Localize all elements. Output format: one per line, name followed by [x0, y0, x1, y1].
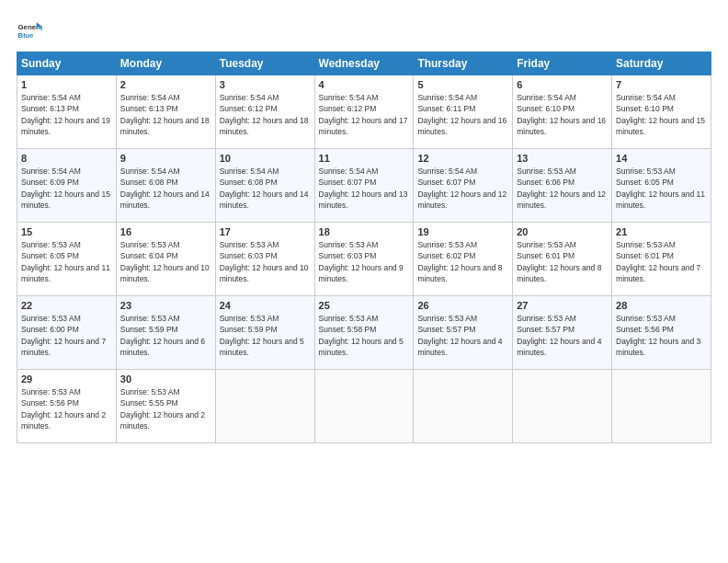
calendar-cell: 15 Sunrise: 5:53 AMSunset: 6:05 PMDaylig…	[17, 223, 117, 296]
day-number: 29	[21, 373, 112, 385]
calendar-cell: 17 Sunrise: 5:53 AMSunset: 6:03 PMDaylig…	[215, 223, 314, 296]
day-info: Sunrise: 5:53 AMSunset: 6:01 PMDaylight:…	[616, 240, 700, 283]
calendar-cell: 18 Sunrise: 5:53 AMSunset: 6:03 PMDaylig…	[314, 223, 414, 296]
calendar-cell: 19 Sunrise: 5:53 AMSunset: 6:02 PMDaylig…	[414, 223, 513, 296]
day-number: 21	[616, 226, 707, 237]
day-info: Sunrise: 5:53 AMSunset: 5:57 PMDaylight:…	[517, 314, 601, 357]
day-info: Sunrise: 5:54 AMSunset: 6:07 PMDaylight:…	[319, 167, 408, 210]
day-info: Sunrise: 5:53 AMSunset: 6:01 PMDaylight:…	[517, 240, 601, 283]
calendar-cell: 14 Sunrise: 5:53 AMSunset: 6:05 PMDaylig…	[612, 149, 711, 223]
weekday-header-wednesday: Wednesday	[314, 52, 414, 75]
day-number: 25	[319, 300, 410, 311]
logo-icon: General Blue	[17, 17, 42, 42]
day-number: 5	[417, 79, 508, 90]
day-info: Sunrise: 5:54 AMSunset: 6:10 PMDaylight:…	[517, 93, 606, 136]
day-number: 7	[616, 79, 707, 90]
calendar-table: SundayMondayTuesdayWednesdayThursdayFrid…	[17, 52, 711, 443]
day-number: 16	[120, 226, 211, 237]
day-number: 18	[319, 226, 410, 237]
day-number: 9	[120, 153, 211, 164]
header: General Blue	[17, 17, 711, 42]
day-info: Sunrise: 5:53 AMSunset: 5:56 PMDaylight:…	[21, 387, 106, 431]
day-number: 22	[21, 300, 112, 311]
calendar-cell: 29 Sunrise: 5:53 AMSunset: 5:56 PMDaylig…	[17, 370, 117, 443]
weekday-header-monday: Monday	[116, 52, 215, 75]
calendar-week-1: 1 Sunrise: 5:54 AMSunset: 6:13 PMDayligh…	[17, 75, 711, 149]
day-number: 13	[517, 153, 608, 164]
day-info: Sunrise: 5:54 AMSunset: 6:13 PMDaylight:…	[120, 93, 210, 136]
day-number: 10	[220, 153, 311, 164]
weekday-header-tuesday: Tuesday	[215, 52, 314, 75]
calendar-cell: 20 Sunrise: 5:53 AMSunset: 6:01 PMDaylig…	[513, 223, 612, 296]
day-number: 11	[319, 153, 410, 164]
page: General Blue SundayMondayTuesdayWednesda…	[0, 0, 728, 453]
day-info: Sunrise: 5:53 AMSunset: 6:05 PMDaylight:…	[616, 167, 705, 210]
weekday-header-friday: Friday	[513, 52, 612, 75]
calendar-cell: 4 Sunrise: 5:54 AMSunset: 6:12 PMDayligh…	[314, 75, 414, 149]
calendar-cell	[414, 370, 513, 443]
calendar-week-4: 22 Sunrise: 5:53 AMSunset: 6:00 PMDaylig…	[17, 296, 711, 370]
day-info: Sunrise: 5:53 AMSunset: 5:55 PMDaylight:…	[120, 387, 205, 431]
day-number: 26	[417, 300, 508, 311]
day-info: Sunrise: 5:54 AMSunset: 6:12 PMDaylight:…	[319, 93, 408, 136]
calendar-cell: 13 Sunrise: 5:53 AMSunset: 6:06 PMDaylig…	[513, 149, 612, 223]
day-info: Sunrise: 5:53 AMSunset: 5:59 PMDaylight:…	[120, 314, 205, 357]
calendar-cell: 26 Sunrise: 5:53 AMSunset: 5:57 PMDaylig…	[414, 296, 513, 370]
day-number: 24	[220, 300, 311, 311]
day-number: 30	[120, 373, 211, 385]
calendar-week-5: 29 Sunrise: 5:53 AMSunset: 5:56 PMDaylig…	[17, 370, 711, 443]
day-info: Sunrise: 5:53 AMSunset: 6:00 PMDaylight:…	[21, 314, 106, 357]
calendar-cell: 24 Sunrise: 5:53 AMSunset: 5:59 PMDaylig…	[215, 296, 314, 370]
day-info: Sunrise: 5:53 AMSunset: 6:02 PMDaylight:…	[417, 240, 502, 283]
logo: General Blue	[17, 17, 42, 42]
calendar-cell	[612, 370, 711, 443]
calendar-cell: 11 Sunrise: 5:54 AMSunset: 6:07 PMDaylig…	[314, 149, 414, 223]
day-number: 2	[120, 79, 211, 90]
day-info: Sunrise: 5:53 AMSunset: 6:05 PMDaylight:…	[21, 240, 110, 283]
day-info: Sunrise: 5:53 AMSunset: 6:06 PMDaylight:…	[517, 167, 606, 210]
calendar-cell: 28 Sunrise: 5:53 AMSunset: 5:56 PMDaylig…	[612, 296, 711, 370]
calendar-cell: 30 Sunrise: 5:53 AMSunset: 5:55 PMDaylig…	[116, 370, 215, 443]
weekday-header-saturday: Saturday	[612, 52, 711, 75]
day-number: 6	[517, 79, 608, 90]
calendar-cell: 1 Sunrise: 5:54 AMSunset: 6:13 PMDayligh…	[17, 75, 117, 149]
day-info: Sunrise: 5:54 AMSunset: 6:13 PMDaylight:…	[21, 93, 110, 136]
day-info: Sunrise: 5:54 AMSunset: 6:10 PMDaylight:…	[616, 93, 705, 136]
day-info: Sunrise: 5:54 AMSunset: 6:11 PMDaylight:…	[417, 93, 506, 136]
calendar-cell: 21 Sunrise: 5:53 AMSunset: 6:01 PMDaylig…	[612, 223, 711, 296]
calendar-cell	[513, 370, 612, 443]
day-info: Sunrise: 5:53 AMSunset: 6:04 PMDaylight:…	[120, 240, 210, 283]
day-info: Sunrise: 5:54 AMSunset: 6:08 PMDaylight:…	[120, 167, 210, 210]
day-number: 17	[220, 226, 311, 237]
calendar-cell: 5 Sunrise: 5:54 AMSunset: 6:11 PMDayligh…	[414, 75, 513, 149]
calendar-cell: 3 Sunrise: 5:54 AMSunset: 6:12 PMDayligh…	[215, 75, 314, 149]
day-number: 12	[417, 153, 508, 164]
calendar-cell: 10 Sunrise: 5:54 AMSunset: 6:08 PMDaylig…	[215, 149, 314, 223]
calendar-body: 1 Sunrise: 5:54 AMSunset: 6:13 PMDayligh…	[17, 75, 711, 443]
day-number: 20	[517, 226, 608, 237]
day-info: Sunrise: 5:53 AMSunset: 6:03 PMDaylight:…	[220, 240, 309, 283]
calendar-cell: 7 Sunrise: 5:54 AMSunset: 6:10 PMDayligh…	[612, 75, 711, 149]
calendar-cell: 6 Sunrise: 5:54 AMSunset: 6:10 PMDayligh…	[513, 75, 612, 149]
day-info: Sunrise: 5:53 AMSunset: 5:56 PMDaylight:…	[616, 314, 700, 357]
calendar-week-3: 15 Sunrise: 5:53 AMSunset: 6:05 PMDaylig…	[17, 223, 711, 296]
day-number: 8	[21, 153, 112, 164]
day-info: Sunrise: 5:53 AMSunset: 6:03 PMDaylight:…	[319, 240, 404, 283]
day-info: Sunrise: 5:54 AMSunset: 6:08 PMDaylight:…	[220, 167, 309, 210]
day-number: 14	[616, 153, 707, 164]
weekday-header-sunday: Sunday	[17, 52, 117, 75]
day-number: 28	[616, 300, 707, 311]
day-info: Sunrise: 5:53 AMSunset: 5:58 PMDaylight:…	[319, 314, 404, 357]
day-info: Sunrise: 5:53 AMSunset: 5:59 PMDaylight:…	[220, 314, 304, 357]
calendar-cell: 22 Sunrise: 5:53 AMSunset: 6:00 PMDaylig…	[17, 296, 117, 370]
day-number: 27	[517, 300, 608, 311]
calendar-cell	[215, 370, 314, 443]
calendar-cell: 23 Sunrise: 5:53 AMSunset: 5:59 PMDaylig…	[116, 296, 215, 370]
day-number: 4	[319, 79, 410, 90]
day-number: 23	[120, 300, 211, 311]
day-number: 15	[21, 226, 112, 237]
calendar-cell: 27 Sunrise: 5:53 AMSunset: 5:57 PMDaylig…	[513, 296, 612, 370]
day-info: Sunrise: 5:54 AMSunset: 6:07 PMDaylight:…	[417, 167, 506, 210]
svg-text:Blue: Blue	[18, 31, 35, 40]
day-number: 19	[417, 226, 508, 237]
